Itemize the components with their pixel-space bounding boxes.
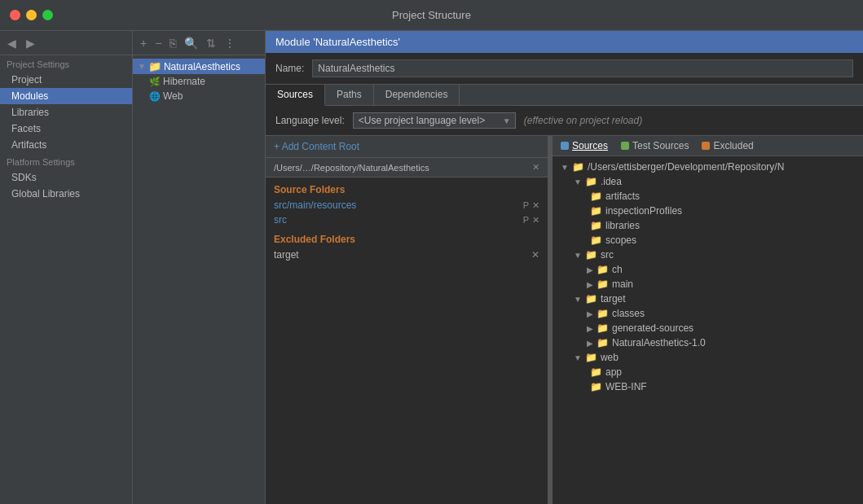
- hibernate-label: Hibernate: [163, 76, 205, 87]
- root-path-close-button[interactable]: ✕: [532, 162, 539, 173]
- sidebar-item-sdks[interactable]: SDKs: [0, 169, 132, 186]
- target-arrow-icon: ▼: [574, 295, 582, 304]
- webinf-folder-label: WEB-INF: [605, 381, 647, 392]
- dir-tab-excluded[interactable]: Excluded: [702, 140, 753, 151]
- source-folder-close-icon[interactable]: ✕: [532, 200, 539, 211]
- src-arrow-icon: ▼: [574, 251, 582, 260]
- dir-tab-sources[interactable]: Sources: [561, 140, 608, 151]
- module-tree-item-natural-aesthetics[interactable]: ▼ 📁 NaturalAesthetics: [133, 59, 265, 74]
- sort-module-button[interactable]: ⇅: [204, 36, 218, 50]
- sidebar-item-project[interactable]: Project: [0, 72, 132, 88]
- sidebar-item-label: Libraries: [11, 107, 49, 118]
- source-folder-name: src: [274, 214, 287, 226]
- main-folder-icon: 📁: [597, 278, 609, 290]
- lang-level-select-wrapper[interactable]: <Use project language level> ▼: [353, 112, 516, 129]
- module-name-input[interactable]: [312, 59, 853, 77]
- lang-level-label: Language level:: [275, 115, 345, 126]
- sidebar-toolbar: ◀ ▶: [0, 31, 132, 55]
- sidebar-item-global-libs[interactable]: Global Libraries: [0, 186, 132, 202]
- libraries-folder-label: libraries: [605, 220, 640, 231]
- copy-module-button[interactable]: ⎘: [167, 36, 178, 50]
- sidebar-item-libraries[interactable]: Libraries: [0, 104, 132, 121]
- excluded-dot-icon: [702, 142, 710, 150]
- roots-toolbar: + Add Content Root: [266, 136, 548, 158]
- dir-tree-item-classes[interactable]: ▶ 📁 classes: [553, 306, 863, 321]
- dir-tree-item-main[interactable]: ▶ 📁 main: [553, 277, 863, 291]
- platform-settings-header: Platform Settings: [0, 153, 132, 169]
- dir-tree-item-src[interactable]: ▼ 📁 src: [553, 248, 863, 262]
- tab-paths[interactable]: Paths: [325, 85, 374, 105]
- classes-arrow-icon: ▶: [587, 309, 593, 318]
- sources-dot-icon: [561, 142, 569, 150]
- source-folder-p-icon[interactable]: P: [523, 215, 529, 226]
- dir-tree-item-web[interactable]: ▼ 📁 web: [553, 350, 863, 365]
- module-tree-item-hibernate[interactable]: 🌿 Hibernate: [133, 74, 265, 89]
- sidebar-item-label: Artifacts: [11, 139, 46, 151]
- maximize-button[interactable]: [42, 10, 53, 20]
- add-module-button[interactable]: +: [138, 36, 149, 50]
- gen-sources-folder-label: generated-sources: [612, 322, 693, 334]
- sidebar-item-facets[interactable]: Facets: [0, 121, 132, 137]
- inspection-folder-icon: 📁: [590, 205, 602, 217]
- dir-tree-item-ch[interactable]: ▶ 📁 ch: [553, 262, 863, 277]
- search-module-button[interactable]: 🔍: [182, 36, 200, 50]
- excluded-folder-item-target: target ✕: [266, 248, 548, 262]
- dir-tree-item-app[interactable]: 📁 app: [553, 365, 863, 379]
- module-header: Module 'NaturalAesthetics': [266, 31, 863, 53]
- web-label: Web: [163, 90, 183, 102]
- name-label: Name:: [275, 63, 304, 74]
- web-folder-label: web: [601, 352, 619, 363]
- dir-tree-item-generated-sources[interactable]: ▶ 📁 generated-sources: [553, 321, 863, 335]
- tab-sources[interactable]: Sources: [266, 85, 325, 106]
- source-folder-name: src/main/resources: [274, 199, 356, 211]
- dir-tree: ▼ 📁 /Users/ettisberger/Development/Repos…: [553, 156, 863, 504]
- artifacts-folder-label: artifacts: [605, 191, 640, 202]
- excluded-folders-title: Excluded Folders: [266, 227, 548, 248]
- roots-content: /Users/…/Repository/NaturalAesthetics ✕ …: [266, 158, 548, 504]
- lang-hint: (effective on project reload): [524, 115, 642, 126]
- dir-tree-item-libraries[interactable]: 📁 libraries: [553, 218, 863, 233]
- tab-dependencies[interactable]: Dependencies: [374, 85, 460, 105]
- source-folder-close-icon[interactable]: ✕: [532, 215, 539, 226]
- tabs-row: Sources Paths Dependencies: [266, 85, 863, 106]
- forward-button[interactable]: ▶: [24, 36, 37, 50]
- source-folders-title: Source Folders: [266, 177, 548, 198]
- module-name-row: Name:: [266, 53, 863, 85]
- dir-tree-item-scopes[interactable]: 📁 scopes: [553, 233, 863, 248]
- scopes-folder-label: scopes: [605, 234, 636, 246]
- module-tree-item-web[interactable]: 🌐 Web: [133, 89, 265, 103]
- dir-panel: Sources Test Sources Excluded: [553, 136, 863, 504]
- source-folder-item-src: src P ✕: [266, 213, 548, 227]
- sidebar-item-label: Facets: [11, 123, 41, 134]
- sources-content: Language level: <Use project language le…: [266, 106, 863, 504]
- dir-tree-item-inspectionprofiles[interactable]: 📁 inspectionProfiles: [553, 204, 863, 218]
- sources-panels: + Add Content Root /Users/…/Repository/N…: [266, 136, 863, 504]
- module-name-label: NaturalAesthetics: [164, 61, 240, 72]
- dir-tree-item-target[interactable]: ▼ 📁 target: [553, 291, 863, 306]
- dir-tree-item-webinf[interactable]: 📁 WEB-INF: [553, 379, 863, 394]
- dir-tree-item-idea[interactable]: ▼ 📁 .idea: [553, 174, 863, 189]
- sidebar-item-artifacts[interactable]: Artifacts: [0, 137, 132, 153]
- excluded-folder-close-button[interactable]: ✕: [531, 249, 539, 261]
- lang-level-select[interactable]: <Use project language level>: [353, 112, 516, 129]
- idea-folder-label: .idea: [601, 176, 622, 187]
- back-button[interactable]: ◀: [5, 36, 19, 50]
- inspection-folder-label: inspectionProfiles: [605, 205, 682, 217]
- web-arrow-icon: ▼: [574, 353, 582, 362]
- minimize-button[interactable]: [26, 10, 37, 20]
- dir-tree-item-artifacts[interactable]: 📁 artifacts: [553, 189, 863, 204]
- sidebar-item-modules[interactable]: Modules: [0, 88, 132, 104]
- dir-tree-item-natural-aesthetics-1[interactable]: ▶ 📁 NaturalAesthetics-1.0: [553, 335, 863, 350]
- source-folder-p-icon[interactable]: P: [523, 200, 529, 211]
- dir-tab-test-label: Test Sources: [632, 140, 689, 151]
- options-module-button[interactable]: ⋮: [222, 36, 238, 50]
- remove-module-button[interactable]: −: [152, 36, 164, 50]
- test-sources-dot-icon: [621, 142, 629, 150]
- module-tree: ▼ 📁 NaturalAesthetics 🌿 Hibernate 🌐 Web: [133, 55, 265, 504]
- close-button[interactable]: [10, 10, 20, 20]
- ch-folder-icon: 📁: [597, 264, 609, 275]
- add-content-root-button[interactable]: + Add Content Root: [274, 141, 359, 152]
- main-arrow-icon: ▶: [587, 280, 593, 289]
- scopes-folder-icon: 📁: [590, 234, 602, 246]
- dir-tab-test-sources[interactable]: Test Sources: [621, 140, 689, 151]
